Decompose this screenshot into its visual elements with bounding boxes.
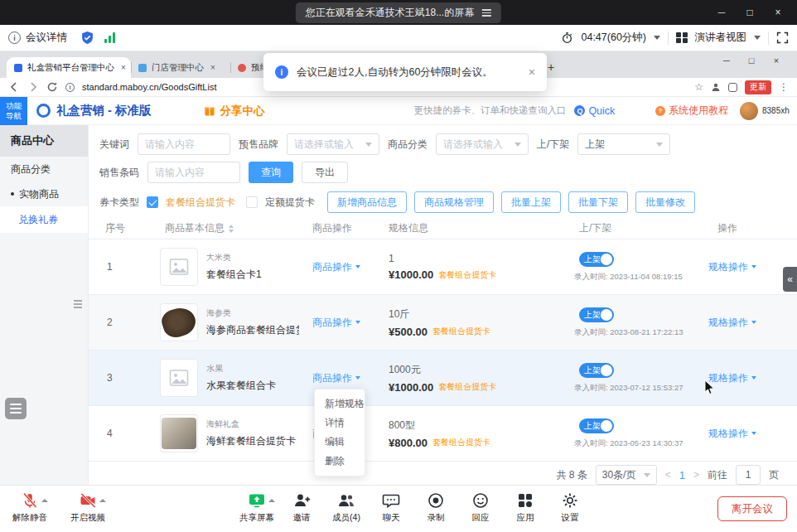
chevron-down-icon (751, 432, 756, 435)
chevron-up-icon[interactable] (41, 499, 48, 502)
prev-page-button[interactable]: < (665, 469, 671, 481)
profile-icon[interactable] (711, 82, 721, 92)
meeting-list-button[interactable] (5, 398, 27, 419)
share-center-link[interactable]: 分享中心 (204, 104, 264, 118)
chevron-up-icon[interactable] (268, 499, 275, 502)
checkbox-combo-card[interactable] (147, 196, 158, 208)
shelf-toggle[interactable]: 上架 (579, 307, 614, 322)
checkbox-fixed-label[interactable]: 定额提货卡 (265, 196, 315, 210)
shelf-toggle[interactable]: 上架 (579, 418, 614, 433)
tab-close-icon[interactable]: × (121, 63, 126, 72)
goto-page-input[interactable] (736, 465, 761, 485)
site-info-icon[interactable]: i (65, 83, 75, 92)
extensions-icon[interactable] (728, 83, 737, 92)
page-size-select[interactable]: 30条/页 (596, 465, 657, 485)
collapse-panel-tab[interactable]: « (783, 267, 797, 292)
shelf-toggle[interactable]: 上架 (579, 252, 614, 267)
sidebar-item-categories[interactable]: 商品分类 (0, 157, 88, 181)
fullscreen-icon[interactable] (776, 31, 789, 44)
view-mode-selector[interactable]: 演讲者视图 (695, 31, 747, 45)
minimize-button[interactable]: ─ (708, 7, 736, 18)
view-dropdown-icon[interactable] (754, 36, 761, 40)
menu-item-edit[interactable]: 编辑 (315, 433, 365, 452)
bookmark-star-icon[interactable]: ☆ (694, 81, 703, 93)
apps-button[interactable]: 应用 (505, 491, 545, 524)
add-product-button[interactable]: 新增商品信息 (327, 191, 407, 213)
page-number[interactable]: 1 (679, 469, 685, 481)
batch-edit-button[interactable]: 批量修改 (635, 191, 695, 213)
sidebar-collapse-handle[interactable] (74, 300, 82, 308)
spec-operation-dropdown[interactable]: 规格操作 (708, 316, 756, 330)
spec-operation-dropdown[interactable]: 规格操作 (708, 427, 756, 441)
browser-close-button[interactable]: × (764, 56, 789, 65)
menu-item-delete[interactable]: 删除 (315, 452, 365, 471)
chat-button[interactable]: 聊天 (371, 491, 411, 524)
price: ¥1000.00 (389, 381, 433, 394)
sidebar-item-gift-vouchers[interactable]: 兑换礼券 (0, 206, 88, 233)
spec-manage-button[interactable]: 商品规格管理 (414, 191, 494, 213)
record-button[interactable]: 录制 (416, 491, 456, 524)
product-operation-dropdown[interactable]: 商品操作 (312, 316, 360, 330)
batch-off-shelf-button[interactable]: 批量下架 (568, 191, 628, 213)
barcode-input[interactable] (147, 162, 240, 183)
quick-link[interactable]: Q Quick (574, 105, 615, 117)
back-icon[interactable] (8, 81, 20, 93)
keyword-label: 关键词 (99, 138, 129, 152)
meeting-details-button[interactable]: 会议详情 (26, 31, 67, 45)
browser-maximize-button[interactable]: □ (739, 56, 764, 65)
url-text[interactable]: standard.maboy.cn/GoodsGiftList (82, 82, 216, 92)
shelf-toggle[interactable]: 上架 (579, 363, 614, 378)
menu-item-add-spec[interactable]: 新增规格 (315, 394, 365, 414)
col-product-info[interactable]: 商品基本信息 (148, 221, 296, 235)
tutorial-link[interactable]: ? 系统使用教程 (655, 104, 728, 118)
title-menu-icon[interactable] (482, 9, 491, 17)
unmute-button[interactable]: 解除静音 (10, 491, 50, 524)
sort-icon[interactable] (229, 225, 234, 233)
sidebar-item-physical-goods[interactable]: 实物商品 (0, 181, 88, 206)
start-video-button[interactable]: 开启视频 (68, 491, 108, 524)
category-select[interactable]: 请选择或输入 (436, 133, 529, 155)
checkbox-fixed-card[interactable] (246, 196, 258, 208)
user-menu[interactable]: 8385xh (740, 102, 790, 120)
export-button[interactable]: 导出 (302, 162, 348, 183)
update-badge[interactable]: 更新 (745, 80, 771, 94)
product-operation-dropdown[interactable]: 商品操作 (312, 371, 360, 385)
browser-tab-2[interactable]: 门店管理中心 × (131, 57, 230, 78)
reactions-button[interactable]: 回应 (461, 491, 500, 524)
keyword-input[interactable] (138, 133, 230, 155)
meeting-toast: i 会议已超过2人,自动转为60分钟限时会议。 × (263, 53, 547, 91)
spec-operation-dropdown[interactable]: 规格操作 (708, 371, 756, 385)
browser-menu-icon[interactable]: ⋮ (779, 81, 789, 93)
table-row: 1 大米类 套餐组合卡1 商品操作 (89, 239, 797, 295)
invite-button[interactable]: 邀请 (282, 491, 321, 524)
brand-select[interactable]: 请选择或输入 (287, 133, 379, 155)
col-spec-info: 规格信息 (372, 221, 556, 235)
toast-close-icon[interactable]: × (529, 65, 535, 79)
leave-meeting-button[interactable]: 离开会议 (717, 496, 787, 521)
members-button[interactable]: 成员(4) (326, 491, 366, 524)
product-operation-dropdown[interactable]: 商品操作 (312, 260, 360, 274)
browser-minimize-button[interactable]: ─ (714, 56, 739, 65)
menu-item-details[interactable]: 详情 (315, 414, 365, 433)
chevron-up-icon[interactable] (99, 499, 106, 502)
close-button[interactable]: × (764, 7, 792, 18)
maximize-button[interactable]: □ (736, 7, 764, 18)
checkbox-combo-label[interactable]: 套餐组合提货卡 (166, 196, 235, 210)
forward-icon[interactable] (27, 81, 39, 93)
tab-close-icon[interactable]: × (210, 63, 215, 72)
chevron-down-icon (656, 143, 663, 147)
spec-operation-dropdown[interactable]: 规格操作 (708, 260, 756, 274)
browser-tab-1[interactable]: 礼盒营销平台管理中心 × (7, 57, 131, 78)
share-screen-button[interactable]: 共享屏幕 (237, 491, 277, 524)
product-name: 套餐组合卡1 (206, 268, 262, 282)
tab-favicon (238, 64, 246, 72)
meeting-timer[interactable]: 04:47(60分钟) (581, 31, 646, 45)
settings-button[interactable]: 设置 (550, 491, 590, 524)
shelf-select[interactable]: 上架 (577, 133, 670, 155)
function-nav-button[interactable]: 功能导航 (0, 97, 27, 125)
refresh-icon[interactable] (46, 81, 58, 93)
next-page-button[interactable]: > (693, 469, 699, 481)
search-button[interactable]: 查询 (249, 162, 293, 183)
batch-on-shelf-button[interactable]: 批量上架 (501, 191, 561, 213)
timer-dropdown-icon[interactable] (654, 36, 660, 40)
